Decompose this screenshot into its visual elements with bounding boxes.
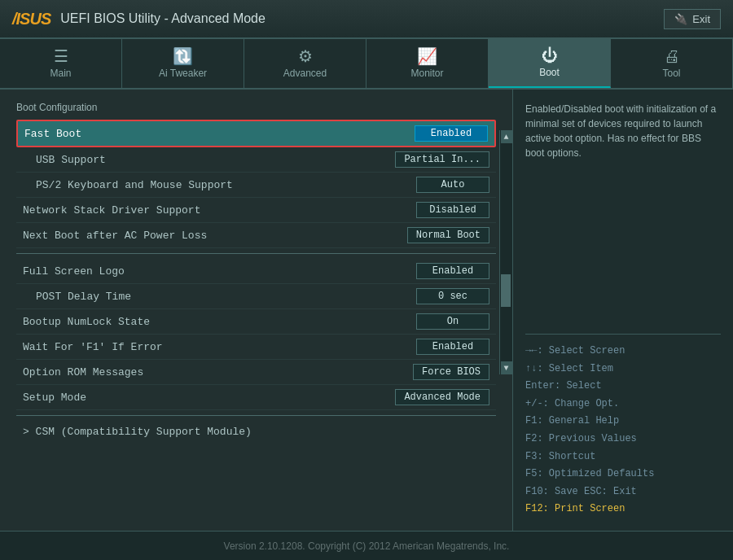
tab-main-label: Main [50, 68, 71, 79]
scroll-up-button[interactable]: ▲ [501, 130, 512, 143]
setting-numlock[interactable]: Bootup NumLock State On [16, 309, 496, 335]
shortcut-f3: F3: Shortcut [525, 448, 721, 466]
footer: Version 2.10.1208. Copyright (C) 2012 Am… [0, 531, 733, 560]
shortcut-enter: Enter: Select [525, 378, 721, 396]
full-screen-logo-label: Full Screen Logo [23, 265, 125, 278]
footer-text: Version 2.10.1208. Copyright (C) 2012 Am… [224, 540, 510, 552]
ai-tweaker-icon: 🔃 [173, 48, 193, 64]
main-icon: ☰ [54, 48, 68, 64]
shortcut-f2: F2: Previous Values [525, 431, 721, 448]
shortcut-f5: F5: Optimized Defaults [525, 466, 721, 483]
tab-monitor-label: Monitor [410, 68, 443, 79]
option-rom-value[interactable]: Force BIOS [413, 364, 489, 380]
network-stack-value[interactable]: Disabled [416, 202, 489, 218]
wait-f1-value[interactable]: Enabled [416, 339, 489, 355]
scroll-thumb[interactable] [501, 274, 511, 307]
post-delay-value[interactable]: 0 sec [416, 288, 489, 304]
right-panel: Enabled/Disabled boot with initializatio… [513, 90, 733, 531]
csm-label: > CSM (Compatibility Support Module) [23, 426, 252, 438]
tab-ai-tweaker-label: Ai Tweaker [159, 68, 207, 79]
exit-label: Exit [692, 13, 710, 25]
shortcut-f1: F1: General Help [525, 413, 721, 431]
network-stack-label: Network Stack Driver Support [23, 204, 200, 217]
header-left: /ISUS UEFI BIOS Utility - Advanced Mode [12, 10, 266, 28]
ps2-support-value[interactable]: Auto [416, 177, 489, 193]
usb-support-label: USB Support [36, 154, 106, 166]
setting-setup-mode[interactable]: Setup Mode Advanced Mode [16, 385, 496, 410]
setting-usb-support[interactable]: USB Support Partial In... [16, 147, 496, 173]
help-text: Enabled/Disabled boot with initializatio… [525, 102, 721, 160]
setting-fast-boot[interactable]: Fast Boot Enabled [16, 120, 496, 147]
tab-advanced[interactable]: ⚙ Advanced [244, 39, 366, 88]
shortcut-list: →←: Select Screen ↑↓: Select Item Enter:… [525, 334, 721, 518]
setting-ps2-support[interactable]: PS/2 Keyboard and Mouse Support Auto [16, 173, 496, 198]
shortcut-select-item: ↑↓: Select Item [525, 361, 721, 378]
section-title: Boot Configuration [16, 102, 496, 113]
tab-ai-tweaker[interactable]: 🔃 Ai Tweaker [122, 39, 244, 88]
boot-icon: ⏻ [542, 47, 558, 63]
fast-boot-label: Fast Boot [24, 128, 81, 140]
monitor-icon: 📈 [417, 48, 437, 64]
full-screen-logo-value[interactable]: Enabled [416, 263, 489, 279]
asus-logo: /ISUS [12, 10, 50, 28]
header: /ISUS UEFI BIOS Utility - Advanced Mode … [0, 0, 733, 39]
ps2-support-label: PS/2 Keyboard and Mouse Support [36, 179, 233, 191]
scroll-down-button[interactable]: ▼ [501, 361, 512, 374]
tab-boot-label: Boot [539, 67, 560, 78]
next-boot-value[interactable]: Normal Boot [407, 227, 489, 243]
setting-wait-f1[interactable]: Wait For 'F1' If Error Enabled [16, 335, 496, 360]
tab-monitor[interactable]: 📈 Monitor [366, 39, 489, 88]
setup-mode-label: Setup Mode [23, 392, 86, 404]
main-content: Boot Configuration Fast Boot Enabled USB… [0, 90, 733, 531]
scrollbar[interactable]: ▲ ▼ [499, 130, 512, 374]
tab-boot[interactable]: ⏻ Boot [489, 39, 611, 88]
tool-icon: 🖨 [664, 48, 680, 64]
separator2 [16, 415, 496, 416]
fast-boot-value[interactable]: Enabled [415, 125, 488, 142]
numlock-label: Bootup NumLock State [23, 316, 150, 328]
exit-icon: 🔌 [674, 13, 687, 25]
setting-full-screen-logo[interactable]: Full Screen Logo Enabled [16, 259, 496, 284]
exit-button[interactable]: 🔌 Exit [664, 9, 721, 29]
setting-option-rom[interactable]: Option ROM Messages Force BIOS [16, 360, 496, 385]
setting-next-boot[interactable]: Next Boot after AC Power Loss Normal Boo… [16, 223, 496, 248]
scroll-track [501, 143, 512, 361]
numlock-value[interactable]: On [416, 313, 489, 330]
option-rom-label: Option ROM Messages [23, 366, 143, 378]
left-panel: Boot Configuration Fast Boot Enabled USB… [0, 90, 513, 531]
tab-tool-label: Tool [662, 68, 680, 79]
shortcut-select-screen: →←: Select Screen [525, 343, 721, 361]
header-title: UEFI BIOS Utility - Advanced Mode [60, 11, 266, 26]
shortcut-f12: F12: Print Screen [525, 501, 721, 518]
shortcut-change-opt: +/-: Change Opt. [525, 396, 721, 413]
csm-row[interactable]: > CSM (Compatibility Support Module) [16, 421, 496, 443]
next-boot-label: Next Boot after AC Power Loss [23, 230, 207, 242]
tab-tool[interactable]: 🖨 Tool [611, 39, 733, 88]
setup-mode-value[interactable]: Advanced Mode [395, 389, 489, 405]
setting-post-delay[interactable]: POST Delay Time 0 sec [16, 284, 496, 309]
usb-support-value[interactable]: Partial In... [395, 151, 489, 168]
tab-advanced-label: Advanced [283, 68, 327, 79]
advanced-icon: ⚙ [298, 48, 313, 64]
shortcut-f10-esc: F10: Save ESC: Exit [525, 483, 721, 501]
setting-network-stack[interactable]: Network Stack Driver Support Disabled [16, 198, 496, 223]
tab-main[interactable]: ☰ Main [0, 39, 122, 88]
nav-tabs: ☰ Main 🔃 Ai Tweaker ⚙ Advanced 📈 Monitor… [0, 39, 733, 90]
post-delay-label: POST Delay Time [36, 291, 131, 303]
wait-f1-label: Wait For 'F1' If Error [23, 341, 163, 353]
separator [16, 253, 496, 254]
